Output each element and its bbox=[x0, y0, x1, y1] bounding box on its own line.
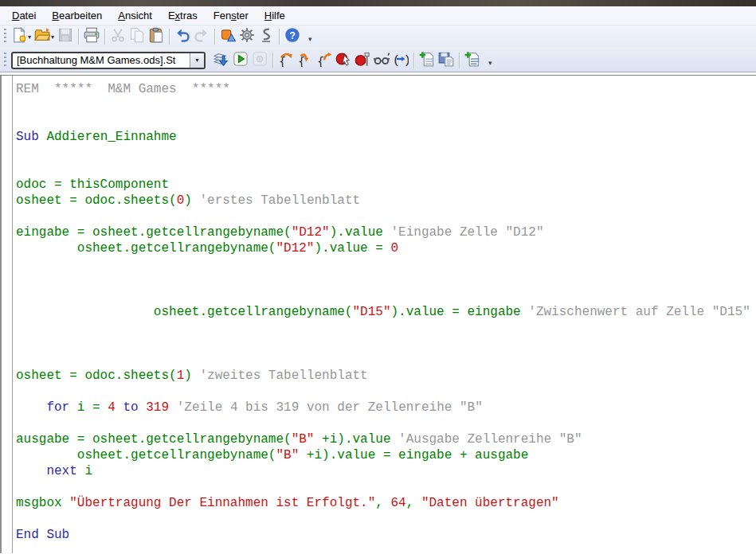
code-segment: osheet.getcellrangebyname( bbox=[16, 241, 276, 256]
toolbar-separator bbox=[279, 29, 280, 45]
step-out-button[interactable]: { } bbox=[315, 51, 334, 70]
new-document-dropdown-arrow[interactable]: ▾ bbox=[28, 33, 31, 41]
new-document-button[interactable] bbox=[10, 27, 29, 46]
code-segment: ).value = eingabe bbox=[390, 305, 528, 319]
code-segment: "D12" bbox=[276, 241, 314, 256]
code-segment: "D12" bbox=[292, 225, 330, 240]
menubar: DateiBearbeitenAnsichtExtrasFensterHilfe bbox=[0, 6, 756, 25]
menu-datei[interactable]: Datei bbox=[4, 7, 44, 24]
code-segment: osheet = odoc.sheets( bbox=[16, 369, 177, 383]
code-line: Sub Addieren_Einnahme bbox=[16, 129, 756, 145]
breakpoint-gutter[interactable] bbox=[2, 76, 13, 553]
code-line: ausgabe = osheet.getcellrangebyname("B" … bbox=[16, 431, 756, 447]
chevron-down-icon[interactable]: ▼ bbox=[190, 53, 204, 68]
basic-ide-editor[interactable]: REM ***** M&M Games *****Sub Addieren_Ei… bbox=[0, 76, 756, 553]
manage-breakpoints-button[interactable] bbox=[353, 51, 372, 70]
watch-icon bbox=[374, 51, 390, 70]
svg-text:): ) bbox=[404, 53, 409, 66]
code-segment: 'zweites Tabellenblatt bbox=[199, 369, 367, 383]
toolbar-separator bbox=[413, 53, 414, 68]
code-line bbox=[16, 336, 756, 352]
macro-toolbar: [Buchhaltung M&M Games.ods].St ▼ { }{ }{… bbox=[0, 48, 756, 72]
code-segment: 0 bbox=[390, 241, 398, 256]
watch-button[interactable] bbox=[372, 51, 391, 70]
toolbar-separator bbox=[272, 53, 273, 68]
code-segment: ausgabe = osheet.getcellrangebyname( bbox=[16, 432, 292, 447]
compile-button[interactable] bbox=[212, 51, 231, 70]
objects-button[interactable] bbox=[218, 27, 237, 46]
open-icon bbox=[34, 27, 50, 46]
breakpoint-button[interactable] bbox=[334, 51, 353, 70]
copy-button bbox=[127, 27, 147, 46]
code-line bbox=[16, 97, 756, 113]
code-editor[interactable]: REM ***** M&M Games *****Sub Addieren_Ei… bbox=[13, 76, 756, 553]
code-line: msgbox "Übertragung Der Einnahmen ist Er… bbox=[16, 495, 756, 511]
code-segment bbox=[139, 400, 147, 415]
open-dropdown-arrow[interactable]: ▾ bbox=[51, 33, 54, 41]
find-parentheses-button[interactable]: () bbox=[391, 51, 410, 70]
menu-hilfe[interactable]: Hilfe bbox=[257, 7, 293, 24]
code-segment: "Daten übertragen" bbox=[421, 496, 559, 510]
code-segment: , bbox=[406, 496, 421, 510]
code-segment: 4 bbox=[108, 400, 116, 415]
code-segment: REM ***** M&M Games ***** bbox=[16, 82, 230, 96]
toolbar-separator bbox=[104, 29, 105, 45]
insert-source-button[interactable] bbox=[417, 51, 437, 70]
code-line: End Sub bbox=[16, 527, 756, 543]
menu-ansicht[interactable]: Ansicht bbox=[110, 7, 160, 24]
code-segment: i bbox=[77, 464, 92, 478]
step-over-icon: { } bbox=[278, 51, 294, 70]
code-segment: 'erstes Tabellenblatt bbox=[199, 193, 360, 208]
code-line: osheet.getcellrangebyname("B" +i).value … bbox=[16, 447, 756, 463]
toolbar-grip[interactable] bbox=[4, 53, 6, 68]
toolbar-separator bbox=[78, 29, 79, 45]
code-segment: +i).value bbox=[314, 432, 398, 447]
toolbar-overflow-button[interactable]: ▾ bbox=[306, 30, 315, 43]
code-line bbox=[16, 209, 756, 224]
toolbar-overflow-button[interactable]: ▾ bbox=[486, 54, 495, 67]
insert-module-icon bbox=[464, 51, 480, 70]
svg-text:(: ( bbox=[393, 53, 400, 66]
toolbar-grip[interactable] bbox=[4, 29, 6, 45]
menu-fenster[interactable]: Fenster bbox=[206, 7, 257, 24]
code-line bbox=[16, 511, 756, 527]
code-segment: next bbox=[46, 464, 76, 478]
stop-button bbox=[250, 51, 269, 70]
code-segment: ) bbox=[184, 193, 199, 208]
undo-button[interactable] bbox=[173, 27, 192, 46]
paste-button[interactable] bbox=[147, 27, 166, 46]
code-segment: i = bbox=[69, 400, 108, 415]
code-line bbox=[16, 384, 756, 400]
code-segment bbox=[169, 400, 177, 415]
code-segment: , bbox=[375, 496, 390, 510]
code-line: odoc = thisComponent bbox=[16, 177, 756, 193]
toolbar-separator bbox=[169, 29, 170, 45]
open-button[interactable] bbox=[33, 27, 52, 46]
menu-bearbeiten[interactable]: Bearbeiten bbox=[44, 7, 110, 24]
code-line bbox=[16, 320, 756, 336]
step-into-button[interactable]: { } bbox=[296, 51, 315, 70]
redo-button bbox=[192, 27, 211, 46]
step-over-button[interactable]: { } bbox=[276, 51, 296, 70]
save-source-button[interactable] bbox=[437, 51, 456, 70]
code-line bbox=[16, 161, 756, 177]
menu-extras[interactable]: Extras bbox=[160, 7, 206, 24]
code-segment: Addieren_Einnahme bbox=[39, 130, 177, 144]
code-segment: "D15" bbox=[352, 305, 390, 319]
code-segment: 'Ausgabe Zellenreihe "B" bbox=[398, 432, 582, 447]
run-icon bbox=[233, 51, 249, 70]
library-combobox[interactable]: [Buchhaltung M&M Games.ods].St ▼ bbox=[11, 52, 206, 69]
step-out-icon: { } bbox=[316, 51, 332, 70]
code-segment: 0 bbox=[177, 193, 185, 208]
code-line: osheet = odoc.sheets(1) 'zweites Tabelle… bbox=[16, 368, 756, 384]
help-button[interactable]: ? bbox=[283, 27, 302, 46]
settings-button[interactable] bbox=[237, 27, 257, 46]
insert-module-button[interactable] bbox=[463, 51, 482, 70]
macro-button[interactable] bbox=[257, 27, 276, 46]
run-button[interactable] bbox=[231, 51, 250, 70]
code-line bbox=[16, 416, 756, 431]
print-button[interactable] bbox=[82, 27, 101, 46]
code-line: osheet.getcellrangebyname("D12").value =… bbox=[16, 240, 756, 256]
code-line: osheet.getcellrangebyname("D15").value =… bbox=[16, 304, 756, 320]
compile-icon bbox=[213, 51, 229, 70]
